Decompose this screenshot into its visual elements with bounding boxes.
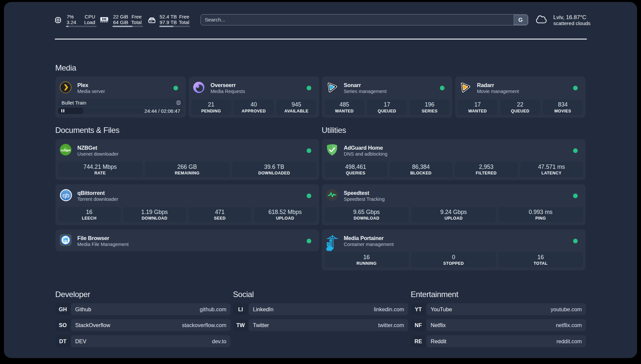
svg-text:nzbget: nzbget [61,149,71,152]
svg-text:qb: qb [62,192,69,199]
